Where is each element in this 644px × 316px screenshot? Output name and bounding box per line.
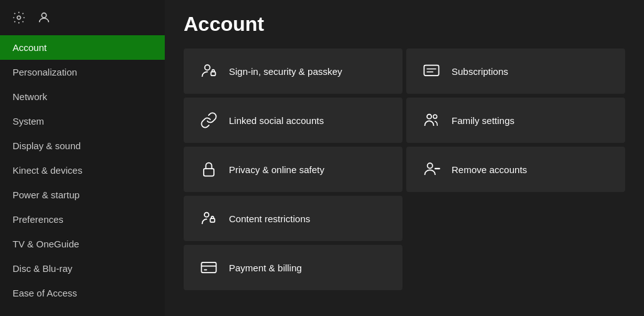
subscriptions-label: Subscriptions — [452, 66, 508, 77]
person-remove-icon — [421, 159, 441, 179]
svg-rect-7 — [201, 262, 216, 273]
left-column: Sign-in, security & passkey Linked socia… — [184, 48, 402, 290]
svg-rect-10 — [424, 65, 438, 76]
remove-accounts-label: Remove accounts — [452, 164, 527, 175]
sidebar-item-disc-bluray[interactable]: Disc & Blu-ray — [0, 256, 165, 281]
sign-in-security-label: Sign-in, security & passkey — [229, 66, 342, 77]
privacy-safety-tile[interactable]: Privacy & online safety — [184, 147, 402, 192]
remove-accounts-tile[interactable]: Remove accounts — [406, 147, 625, 192]
sidebar-header — [0, 0, 165, 35]
svg-rect-6 — [210, 218, 214, 222]
subscriptions-tile[interactable]: Subscriptions — [406, 48, 625, 94]
sidebar-item-system[interactable]: System — [0, 109, 165, 133]
lock-icon — [199, 159, 219, 179]
sidebar-item-network[interactable]: Network — [0, 84, 165, 109]
payment-billing-tile[interactable]: Payment & billing — [184, 245, 402, 290]
svg-point-5 — [204, 213, 209, 217]
sidebar-item-tv-oneguide[interactable]: TV & OneGuide — [0, 232, 165, 256]
linked-social-label: Linked social accounts — [229, 115, 324, 126]
linked-social-tile[interactable]: Linked social accounts — [184, 98, 402, 143]
right-column: Subscriptions Family settings — [406, 48, 625, 290]
svg-point-0 — [17, 16, 21, 20]
settings-icon[interactable] — [10, 9, 28, 26]
link-people-icon — [199, 110, 219, 130]
content-restrictions-label: Content restrictions — [229, 213, 310, 224]
svg-point-13 — [427, 115, 431, 119]
sidebar-nav: Account Personalization Network System D… — [0, 35, 165, 316]
sidebar-item-account[interactable]: Account — [0, 35, 165, 60]
page-title: Account — [184, 13, 625, 36]
sidebar-item-display-sound[interactable]: Display & sound — [0, 133, 165, 158]
svg-rect-4 — [204, 169, 214, 176]
family-settings-tile[interactable]: Family settings — [406, 98, 625, 143]
svg-point-2 — [205, 65, 210, 70]
person-lock-icon — [199, 61, 219, 81]
sidebar-item-power-startup[interactable]: Power & startup — [0, 183, 165, 207]
credit-card-icon — [199, 257, 219, 278]
main-content: Account Sign-in, security & passkey — [165, 0, 644, 316]
sidebar: Account Personalization Network System D… — [0, 0, 165, 316]
svg-point-15 — [428, 163, 433, 168]
privacy-safety-label: Privacy & online safety — [229, 164, 325, 175]
payment-billing-label: Payment & billing — [229, 262, 302, 273]
svg-point-1 — [42, 13, 46, 18]
svg-rect-3 — [211, 72, 216, 76]
account-grid: Sign-in, security & passkey Linked socia… — [184, 48, 625, 290]
user-icon[interactable] — [35, 9, 53, 26]
sidebar-item-ease-of-access[interactable]: Ease of Access — [0, 281, 165, 305]
sidebar-item-personalization[interactable]: Personalization — [0, 60, 165, 84]
sign-in-security-tile[interactable]: Sign-in, security & passkey — [184, 48, 402, 94]
sidebar-item-kinect-devices[interactable]: Kinect & devices — [0, 158, 165, 183]
svg-point-14 — [433, 115, 437, 118]
people-icon — [421, 110, 441, 130]
family-settings-label: Family settings — [452, 115, 514, 126]
sidebar-item-preferences[interactable]: Preferences — [0, 207, 165, 232]
content-restrictions-tile[interactable]: Content restrictions — [184, 196, 402, 241]
person-lock-alt-icon — [199, 208, 219, 229]
monitor-list-icon — [421, 61, 441, 81]
